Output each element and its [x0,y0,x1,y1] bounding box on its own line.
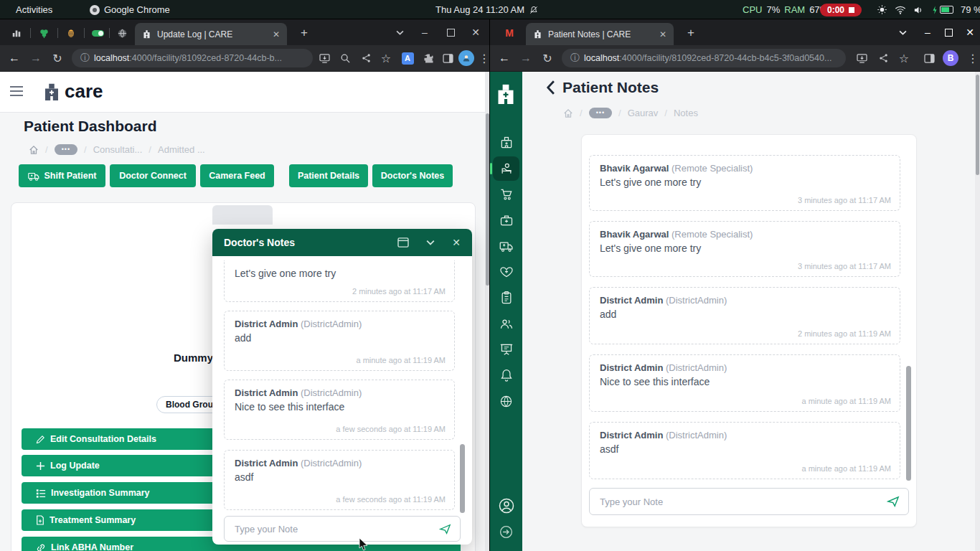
battery-icon [931,5,953,15]
note-input[interactable] [598,496,887,508]
pencil-icon [36,435,45,444]
sidebar-item-shifting[interactable] [493,234,519,258]
reload-button[interactable]: ↻ [539,50,556,67]
system-tray[interactable]: 79 % [877,4,980,15]
sidebar-item-notifications[interactable] [493,363,519,387]
pinned-tab-globe[interactable] [111,24,133,42]
pinned-tab-gmail[interactable]: M [499,24,520,42]
send-icon[interactable] [887,496,900,507]
notes-scrollbar-thumb[interactable] [906,366,911,481]
scrollbar-thumb[interactable] [976,75,979,175]
patient-details-button[interactable]: Patient Details [289,164,368,187]
pinned-tab-metrics[interactable] [6,24,27,42]
tab-close-icon[interactable]: ✕ [273,29,280,39]
minimize-button[interactable]: – [416,24,433,41]
sidebar-item-resource[interactable] [493,260,519,284]
profile-avatar[interactable] [458,50,475,67]
bookmark-star-icon[interactable]: ☆ [895,50,913,67]
tab-search-chevron[interactable] [894,24,911,41]
shift-patient-button[interactable]: Shift Patient [19,164,105,187]
install-app-icon[interactable] [853,50,870,67]
pinned-tab-bee[interactable] [60,24,82,42]
extensions-puzzle-icon[interactable] [420,50,437,67]
breadcrumb-ellipsis[interactable]: ••• [55,144,77,155]
screen-recorder-indicator[interactable]: 0:00 [820,4,862,17]
profile-avatar[interactable]: B [942,50,959,67]
forward-button[interactable]: → [27,50,44,67]
browser-window-right: M Patient Notes | CARE ✕ + – ✕ ← → ↻ ⓘ [490,19,980,551]
modal-scrollbar-thumb[interactable] [460,444,465,513]
reload-button[interactable]: ↻ [49,50,66,67]
camera-feed-button[interactable]: Camera Feed [200,164,274,187]
presentation-board-icon [499,343,514,356]
pinned-tab-clover[interactable] [33,24,55,42]
note-input[interactable] [233,523,439,535]
zoom-icon[interactable] [336,50,354,67]
breadcrumb: / ••• / Gaurav / Notes [563,108,698,118]
breadcrumb-consultation[interactable]: Consultati... [93,144,143,155]
close-window-button[interactable]: ✕ [467,24,484,41]
side-panel-icon[interactable] [439,50,456,67]
activities-button[interactable]: Activities [16,4,52,15]
focused-app-indicator[interactable]: Google Chrome [90,4,170,15]
new-tab-button[interactable]: + [682,24,699,42]
tab-update-log[interactable]: Update Log | CARE ✕ [135,23,287,45]
breadcrumb-admitted: Admitted ... [158,144,205,155]
share-icon[interactable] [357,50,374,67]
breadcrumb-current: Notes [674,108,698,118]
modal-close-icon[interactable]: ✕ [452,237,461,248]
care-logo-sidebar[interactable] [496,82,516,109]
sidebar-item-facility[interactable] [493,131,519,155]
back-button[interactable]: ← [6,50,23,67]
menu-kebab-icon[interactable]: ⋮ [964,50,980,67]
popup-window-icon[interactable] [397,237,409,248]
page-scrollbar[interactable] [975,72,980,551]
address-bar[interactable]: ⓘ localhost:4000/facility/81092ced-8720-… [72,49,313,67]
back-chevron-icon[interactable] [546,80,555,95]
translate-extension-icon[interactable]: A [399,50,416,67]
minimize-button[interactable]: – [919,24,936,41]
hamburger-menu-icon[interactable] [10,86,23,96]
collapse-chevron-icon[interactable] [426,240,435,245]
tab-search-chevron[interactable] [391,24,408,41]
close-window-button[interactable]: ✕ [961,24,979,41]
install-app-icon[interactable] [316,50,333,67]
home-icon[interactable] [29,145,39,155]
care-logo[interactable]: care [43,80,103,103]
bookmark-star-icon[interactable]: ☆ [377,50,395,67]
breadcrumb-patient[interactable]: Gaurav [628,108,659,118]
doctor-connect-button[interactable]: Doctor Connect [110,164,196,187]
avatar-photo [458,50,474,66]
back-button[interactable]: ← [496,50,513,67]
site-info-icon[interactable]: ⓘ [570,52,580,65]
site-info-icon[interactable]: ⓘ [80,52,90,65]
sidebar-item-users[interactable] [493,311,519,336]
sidebar-item-external-results[interactable] [493,286,519,310]
doctors-notes-button[interactable]: Doctor's Notes [372,164,453,187]
sidebar-item-sign-out[interactable] [493,519,519,544]
sidebar-item-patients[interactable] [493,156,519,181]
page-scrollbar[interactable] [485,72,490,551]
side-panel-icon[interactable] [920,50,938,67]
maximize-button[interactable] [442,24,459,41]
sidebar-item-languages[interactable] [493,389,519,413]
address-bar[interactable]: ⓘ localhost:4000/facility/81092ced-8720-… [562,49,846,67]
share-icon[interactable] [875,50,892,67]
send-icon[interactable] [439,524,451,534]
stop-recording-icon[interactable] [849,7,854,13]
clock[interactable]: Thu Aug 24 11:20 AM [435,4,539,15]
sidebar-item-sample-test[interactable] [493,208,519,232]
sidebar-item-notice-board[interactable] [493,337,519,362]
sidebar-item-assets[interactable] [493,182,519,207]
sidebar-item-profile[interactable] [493,494,519,518]
breadcrumb-ellipsis[interactable]: ••• [589,108,612,118]
tab-patient-notes[interactable]: Patient Notes | CARE ✕ [526,23,674,45]
scrollbar-thumb[interactable] [486,113,489,286]
maximize-button[interactable] [940,24,957,41]
pinned-tab-toggle[interactable] [87,24,108,42]
modal-header[interactable]: Doctor's Notes ✕ [212,229,472,256]
home-icon[interactable] [563,108,573,118]
tab-close-icon[interactable]: ✕ [659,29,666,39]
new-tab-button[interactable]: + [296,24,313,42]
forward-button[interactable]: → [517,50,534,67]
